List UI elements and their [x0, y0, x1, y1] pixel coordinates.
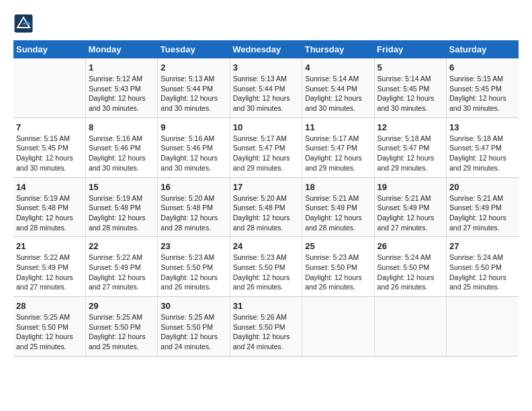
day-number: 28	[16, 301, 83, 311]
calendar-cell: 27Sunrise: 5:24 AM Sunset: 5:50 PM Dayli…	[447, 237, 519, 297]
calendar-table: SundayMondayTuesdayWednesdayThursdayFrid…	[13, 40, 519, 357]
calendar-cell: 15Sunrise: 5:19 AM Sunset: 5:48 PM Dayli…	[85, 177, 157, 237]
calendar-cell: 19Sunrise: 5:21 AM Sunset: 5:49 PM Dayli…	[374, 177, 446, 237]
calendar-cell: 8Sunrise: 5:16 AM Sunset: 5:46 PM Daylig…	[85, 118, 157, 177]
day-number: 13	[449, 122, 516, 132]
page-header	[13, 13, 519, 34]
calendar-cell	[13, 58, 85, 118]
day-info: Sunrise: 5:14 AM Sunset: 5:45 PM Dayligh…	[378, 74, 443, 113]
calendar-cell: 12Sunrise: 5:18 AM Sunset: 5:47 PM Dayli…	[374, 118, 446, 177]
day-info: Sunrise: 5:16 AM Sunset: 5:46 PM Dayligh…	[161, 134, 226, 173]
weekday-header: Thursday	[302, 40, 374, 58]
weekday-header: Monday	[85, 40, 157, 58]
logo-icon	[13, 13, 34, 34]
day-info: Sunrise: 5:20 AM Sunset: 5:48 PM Dayligh…	[233, 193, 299, 233]
day-info: Sunrise: 5:26 AM Sunset: 5:50 PM Dayligh…	[233, 312, 299, 352]
day-info: Sunrise: 5:24 AM Sunset: 5:50 PM Dayligh…	[378, 253, 443, 292]
day-info: Sunrise: 5:13 AM Sunset: 5:44 PM Dayligh…	[233, 74, 299, 113]
calendar-cell: 30Sunrise: 5:25 AM Sunset: 5:50 PM Dayli…	[158, 297, 230, 357]
day-number: 5	[378, 62, 443, 73]
day-info: Sunrise: 5:12 AM Sunset: 5:43 PM Dayligh…	[89, 74, 154, 113]
day-info: Sunrise: 5:23 AM Sunset: 5:50 PM Dayligh…	[305, 253, 371, 292]
weekday-header: Friday	[374, 40, 446, 58]
calendar-cell: 5Sunrise: 5:14 AM Sunset: 5:45 PM Daylig…	[374, 58, 446, 118]
calendar-cell: 11Sunrise: 5:17 AM Sunset: 5:47 PM Dayli…	[302, 118, 374, 177]
day-number: 9	[161, 122, 226, 132]
calendar-cell: 18Sunrise: 5:21 AM Sunset: 5:49 PM Dayli…	[302, 177, 374, 237]
calendar-cell	[374, 297, 446, 357]
calendar-cell	[447, 297, 519, 357]
day-info: Sunrise: 5:23 AM Sunset: 5:50 PM Dayligh…	[233, 253, 299, 292]
day-number: 25	[305, 241, 371, 251]
day-info: Sunrise: 5:16 AM Sunset: 5:46 PM Dayligh…	[89, 134, 154, 173]
day-number: 23	[161, 241, 226, 251]
calendar-week-row: 14Sunrise: 5:19 AM Sunset: 5:48 PM Dayli…	[13, 177, 519, 237]
day-number: 20	[449, 182, 516, 192]
calendar-cell: 13Sunrise: 5:18 AM Sunset: 5:47 PM Dayli…	[447, 118, 519, 177]
calendar-cell: 25Sunrise: 5:23 AM Sunset: 5:50 PM Dayli…	[302, 237, 374, 297]
day-number: 15	[89, 182, 154, 192]
day-number: 12	[378, 122, 443, 132]
weekday-header: Tuesday	[158, 40, 230, 58]
calendar-week-row: 28Sunrise: 5:25 AM Sunset: 5:50 PM Dayli…	[13, 297, 519, 357]
day-info: Sunrise: 5:17 AM Sunset: 5:47 PM Dayligh…	[305, 134, 371, 173]
calendar-cell: 31Sunrise: 5:26 AM Sunset: 5:50 PM Dayli…	[230, 297, 302, 357]
day-info: Sunrise: 5:22 AM Sunset: 5:49 PM Dayligh…	[89, 253, 154, 292]
day-info: Sunrise: 5:21 AM Sunset: 5:49 PM Dayligh…	[449, 193, 516, 233]
logo	[13, 13, 36, 34]
day-number: 8	[89, 122, 154, 132]
day-info: Sunrise: 5:21 AM Sunset: 5:49 PM Dayligh…	[378, 193, 443, 233]
day-number: 2	[161, 62, 226, 73]
day-info: Sunrise: 5:15 AM Sunset: 5:45 PM Dayligh…	[449, 74, 516, 113]
day-info: Sunrise: 5:18 AM Sunset: 5:47 PM Dayligh…	[378, 134, 443, 173]
day-number: 18	[305, 182, 371, 192]
day-number: 27	[449, 241, 516, 251]
calendar-week-row: 21Sunrise: 5:22 AM Sunset: 5:49 PM Dayli…	[13, 237, 519, 297]
day-number: 4	[305, 62, 371, 73]
calendar-header: SundayMondayTuesdayWednesdayThursdayFrid…	[13, 40, 519, 58]
day-number: 16	[161, 182, 226, 192]
day-info: Sunrise: 5:15 AM Sunset: 5:45 PM Dayligh…	[16, 134, 83, 173]
calendar-cell: 10Sunrise: 5:17 AM Sunset: 5:47 PM Dayli…	[230, 118, 302, 177]
calendar-cell: 21Sunrise: 5:22 AM Sunset: 5:49 PM Dayli…	[13, 237, 85, 297]
day-number: 1	[89, 62, 154, 73]
day-info: Sunrise: 5:13 AM Sunset: 5:44 PM Dayligh…	[161, 74, 226, 113]
day-number: 10	[233, 122, 299, 132]
calendar-cell: 22Sunrise: 5:22 AM Sunset: 5:49 PM Dayli…	[85, 237, 157, 297]
day-info: Sunrise: 5:19 AM Sunset: 5:48 PM Dayligh…	[16, 193, 83, 233]
calendar-cell: 29Sunrise: 5:25 AM Sunset: 5:50 PM Dayli…	[85, 297, 157, 357]
day-number: 3	[233, 62, 299, 73]
calendar-cell	[302, 297, 374, 357]
calendar-cell: 6Sunrise: 5:15 AM Sunset: 5:45 PM Daylig…	[447, 58, 519, 118]
day-info: Sunrise: 5:25 AM Sunset: 5:50 PM Dayligh…	[89, 312, 154, 352]
day-info: Sunrise: 5:25 AM Sunset: 5:50 PM Dayligh…	[16, 312, 83, 352]
calendar-week-row: 1Sunrise: 5:12 AM Sunset: 5:43 PM Daylig…	[13, 58, 519, 118]
day-info: Sunrise: 5:17 AM Sunset: 5:47 PM Dayligh…	[233, 134, 299, 173]
calendar-cell: 2Sunrise: 5:13 AM Sunset: 5:44 PM Daylig…	[158, 58, 230, 118]
calendar-cell: 1Sunrise: 5:12 AM Sunset: 5:43 PM Daylig…	[85, 58, 157, 118]
day-number: 31	[233, 301, 299, 311]
day-number: 7	[16, 122, 83, 132]
day-number: 29	[89, 301, 154, 311]
day-info: Sunrise: 5:22 AM Sunset: 5:49 PM Dayligh…	[16, 253, 83, 292]
day-number: 11	[305, 122, 371, 132]
weekday-header: Sunday	[13, 40, 85, 58]
calendar-week-row: 7Sunrise: 5:15 AM Sunset: 5:45 PM Daylig…	[13, 118, 519, 177]
day-info: Sunrise: 5:18 AM Sunset: 5:47 PM Dayligh…	[449, 134, 516, 173]
calendar-cell: 26Sunrise: 5:24 AM Sunset: 5:50 PM Dayli…	[374, 237, 446, 297]
day-info: Sunrise: 5:20 AM Sunset: 5:48 PM Dayligh…	[161, 193, 226, 233]
day-info: Sunrise: 5:14 AM Sunset: 5:44 PM Dayligh…	[305, 74, 371, 113]
day-number: 19	[378, 182, 443, 192]
calendar-cell: 7Sunrise: 5:15 AM Sunset: 5:45 PM Daylig…	[13, 118, 85, 177]
day-number: 22	[89, 241, 154, 251]
calendar-cell: 9Sunrise: 5:16 AM Sunset: 5:46 PM Daylig…	[158, 118, 230, 177]
day-info: Sunrise: 5:24 AM Sunset: 5:50 PM Dayligh…	[449, 253, 516, 292]
calendar-cell: 14Sunrise: 5:19 AM Sunset: 5:48 PM Dayli…	[13, 177, 85, 237]
weekday-header: Saturday	[447, 40, 519, 58]
day-number: 6	[449, 62, 516, 73]
day-number: 30	[161, 301, 226, 311]
weekday-header: Wednesday	[230, 40, 302, 58]
day-info: Sunrise: 5:21 AM Sunset: 5:49 PM Dayligh…	[305, 193, 371, 233]
day-info: Sunrise: 5:25 AM Sunset: 5:50 PM Dayligh…	[161, 312, 226, 352]
day-number: 17	[233, 182, 299, 192]
